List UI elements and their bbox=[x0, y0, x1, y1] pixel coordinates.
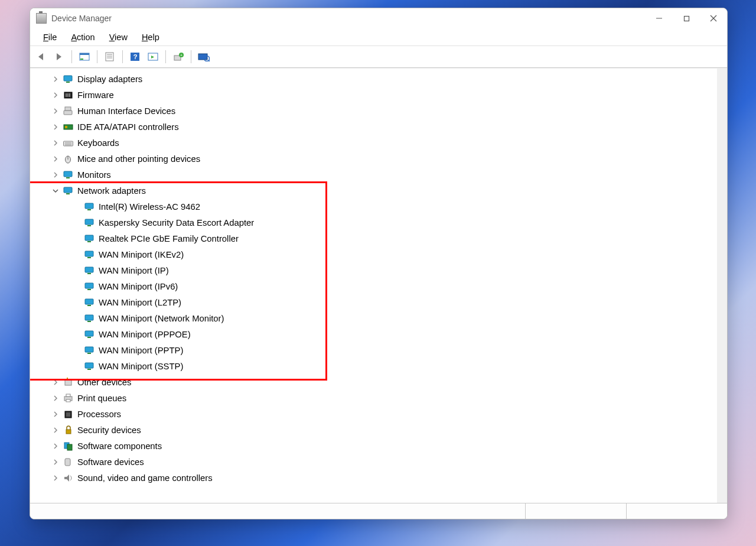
menu-view[interactable]: View bbox=[102, 31, 135, 44]
chevron-right-icon[interactable] bbox=[51, 378, 60, 386]
security-icon bbox=[63, 425, 74, 435]
properties-button[interactable] bbox=[102, 50, 118, 64]
tree-category[interactable]: Sound, video and game controllers bbox=[50, 470, 727, 486]
nav-forward-button[interactable] bbox=[51, 50, 67, 64]
softcomp-icon bbox=[63, 441, 74, 451]
chevron-right-icon[interactable] bbox=[51, 75, 60, 83]
chevron-right-icon[interactable] bbox=[51, 442, 60, 450]
chevron-right-icon[interactable] bbox=[51, 394, 60, 402]
svg-rect-28 bbox=[69, 93, 70, 97]
device-manager-window: Device Manager File Action View Help bbox=[30, 8, 728, 519]
chevron-right-icon[interactable] bbox=[51, 426, 60, 434]
net-adapter-icon bbox=[84, 314, 95, 323]
menu-help[interactable]: Help bbox=[135, 31, 167, 44]
toolbar-separator bbox=[71, 50, 72, 63]
svg-rect-53 bbox=[87, 289, 91, 290]
tree-device[interactable]: WAN Miniport (IP) bbox=[50, 262, 727, 278]
tree-device[interactable]: WAN Miniport (IPv6) bbox=[50, 278, 727, 294]
menu-action[interactable]: Action bbox=[64, 31, 102, 44]
net-adapter-icon bbox=[84, 218, 95, 228]
uninstall-device-button[interactable]: + bbox=[171, 50, 186, 64]
tree-category[interactable]: Mice and other pointing devices bbox=[50, 151, 727, 167]
chevron-right-icon[interactable] bbox=[51, 123, 60, 131]
device-tree: Display adaptersFirmwareHuman Interface … bbox=[30, 69, 727, 488]
tree-device-label: Kaspersky Security Data Escort Adapter bbox=[99, 215, 254, 230]
tree-category[interactable]: Keyboards bbox=[50, 135, 727, 151]
svg-rect-29 bbox=[64, 110, 72, 115]
menu-file[interactable]: File bbox=[36, 31, 64, 44]
help-button[interactable]: ? bbox=[128, 50, 143, 64]
device-tree-pane[interactable]: Display adaptersFirmwareHuman Interface … bbox=[30, 68, 727, 503]
svg-rect-48 bbox=[85, 251, 93, 256]
net-adapter-icon bbox=[84, 298, 95, 307]
svg-rect-30 bbox=[65, 107, 71, 110]
tree-category[interactable]: Firmware bbox=[50, 87, 727, 103]
status-cell bbox=[30, 503, 525, 519]
tree-category[interactable]: Human Interface Devices bbox=[50, 103, 727, 119]
chevron-right-icon[interactable] bbox=[51, 107, 60, 115]
tree-device[interactable]: Intel(R) Wireless-AC 9462 bbox=[50, 199, 727, 214]
svg-text:+: + bbox=[180, 53, 183, 57]
svg-rect-60 bbox=[85, 347, 93, 352]
tree-device[interactable]: WAN Miniport (PPPOE) bbox=[50, 326, 727, 342]
tree-category-label: Firmware bbox=[77, 87, 114, 103]
tree-device-label: WAN Miniport (IPv6) bbox=[99, 279, 178, 294]
softdev-icon bbox=[63, 457, 74, 467]
keyboard-icon bbox=[63, 138, 74, 148]
menu-bar: File Action View Help bbox=[30, 28, 727, 46]
chevron-right-icon[interactable] bbox=[51, 474, 60, 482]
device-manager-icon bbox=[36, 13, 47, 24]
nav-back-button[interactable] bbox=[34, 50, 49, 64]
tree-category[interactable]: Processors bbox=[50, 406, 727, 422]
tree-category[interactable]: Software components bbox=[50, 438, 727, 454]
tree-category[interactable]: Other devices bbox=[50, 374, 727, 390]
minimize-button[interactable] bbox=[646, 8, 673, 28]
svg-rect-7 bbox=[80, 53, 89, 55]
tree-category-label: Monitors bbox=[77, 167, 111, 183]
chevron-right-icon[interactable] bbox=[51, 155, 60, 163]
tree-device[interactable]: Realtek PCIe GbE Family Controller bbox=[50, 230, 727, 246]
scan-hardware-button[interactable] bbox=[196, 50, 211, 64]
tree-category-label: Network adapters bbox=[77, 183, 146, 199]
svg-rect-74 bbox=[65, 459, 70, 466]
tree-category[interactable]: IDE ATA/ATAPI controllers bbox=[50, 119, 727, 135]
tree-device[interactable]: WAN Miniport (Network Monitor) bbox=[50, 310, 727, 326]
svg-rect-67 bbox=[66, 394, 70, 396]
chevron-right-icon[interactable] bbox=[51, 410, 60, 418]
window-title: Device Manager bbox=[51, 14, 112, 23]
svg-rect-8 bbox=[80, 58, 83, 60]
maximize-button[interactable] bbox=[673, 8, 700, 28]
chevron-down-icon[interactable] bbox=[51, 187, 60, 195]
tree-device[interactable]: WAN Miniport (PPTP) bbox=[50, 342, 727, 358]
tree-device-label: WAN Miniport (IP) bbox=[99, 263, 169, 278]
net-adapter-icon bbox=[84, 282, 95, 291]
close-button[interactable] bbox=[700, 8, 727, 28]
tree-category-label: Print queues bbox=[77, 391, 126, 406]
tree-device[interactable]: WAN Miniport (L2TP) bbox=[50, 294, 727, 310]
tree-category[interactable]: Network adapters bbox=[50, 183, 727, 199]
tree-category[interactable]: Monitors bbox=[50, 167, 727, 183]
update-driver-button[interactable] bbox=[145, 50, 161, 64]
tree-category-label: Software devices bbox=[77, 454, 144, 470]
svg-rect-32 bbox=[65, 126, 67, 128]
svg-rect-54 bbox=[85, 299, 93, 304]
net-adapter-icon bbox=[84, 346, 95, 355]
chevron-right-icon[interactable] bbox=[51, 139, 60, 147]
vertical-scrollbar[interactable] bbox=[717, 69, 727, 503]
chevron-right-icon[interactable] bbox=[51, 91, 60, 99]
tree-category[interactable]: Print queues bbox=[50, 390, 727, 406]
tree-device[interactable]: WAN Miniport (IKEv2) bbox=[50, 246, 727, 262]
tree-device[interactable]: WAN Miniport (SSTP) bbox=[50, 358, 727, 374]
title-bar[interactable]: Device Manager bbox=[30, 8, 727, 28]
chevron-right-icon[interactable] bbox=[51, 171, 60, 179]
tree-category[interactable]: Software devices bbox=[50, 454, 727, 470]
tree-category[interactable]: Display adapters bbox=[50, 71, 727, 87]
svg-rect-64 bbox=[65, 380, 71, 385]
tree-device[interactable]: Kaspersky Security Data Escort Adapter bbox=[50, 214, 727, 230]
tree-category[interactable]: Security devices bbox=[50, 422, 727, 438]
tree-category-label: Software components bbox=[77, 438, 162, 454]
tree-category-label: Sound, video and game controllers bbox=[77, 470, 213, 486]
show-hide-console-tree-button[interactable] bbox=[77, 50, 92, 64]
chevron-right-icon[interactable] bbox=[51, 458, 60, 466]
tree-device-label: WAN Miniport (SSTP) bbox=[99, 359, 183, 374]
